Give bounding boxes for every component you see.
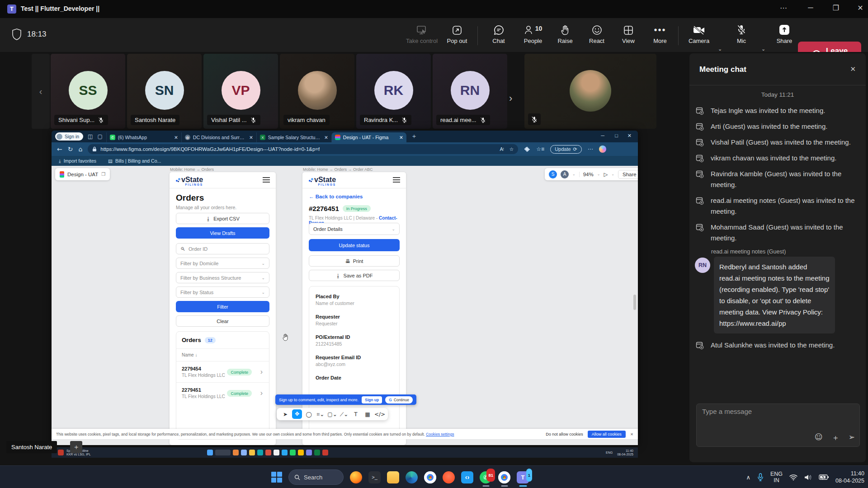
orders-title: Orders xyxy=(176,193,204,203)
chrome-icon[interactable] xyxy=(424,471,436,483)
share-zoom-in-button[interactable]: ＋ xyxy=(70,441,82,453)
vscode-icon[interactable]: ‹› xyxy=(461,471,473,483)
window-menu-dots-icon[interactable]: ⋯ xyxy=(776,4,791,12)
teams-icon[interactable]: T1 xyxy=(517,471,529,483)
raise-hand-button[interactable]: Raise xyxy=(548,23,582,44)
brave-icon[interactable] xyxy=(443,471,455,483)
vstate-logo: vStateFILINGS xyxy=(314,176,336,186)
calendar-add-icon xyxy=(696,197,704,205)
participant-name: read.ai mee... xyxy=(440,117,476,123)
browser-tab-active: Design - UAT - Figma✕ xyxy=(331,132,406,142)
extensions-icon xyxy=(524,146,530,152)
participant-name: vikram chavan xyxy=(288,117,326,123)
system-message: Mohammad Saad (Guest) was invited to the… xyxy=(689,222,866,244)
close-button[interactable]: ✕ xyxy=(853,4,868,12)
minimize-button[interactable]: ─ xyxy=(803,4,818,12)
edge-icon[interactable] xyxy=(406,471,418,483)
avatar-photo xyxy=(570,70,611,112)
chevron-down-icon: ⌄ xyxy=(261,261,265,266)
terminal-icon[interactable]: >_ xyxy=(368,471,381,483)
attach-plus-icon[interactable]: ＋ xyxy=(832,432,840,443)
whatsapp-favicon: ✆ xyxy=(110,135,115,140)
participant-tile[interactable]: VP Vishal Patil ... xyxy=(203,54,278,129)
url-field: https://www.figma.com/design/9BKQ0FOHRWa… xyxy=(88,144,518,154)
orders-subtitle: Manage all your orders here. xyxy=(176,205,236,210)
participant-tile[interactable]: vikram chavan xyxy=(280,54,354,129)
back-link: ← Back to companies xyxy=(309,194,363,199)
camera-chevron-icon[interactable]: ⌄ xyxy=(718,46,722,52)
vstate-header: vStateFILINGS xyxy=(170,172,276,188)
chat-close-icon[interactable]: ✕ xyxy=(850,65,856,73)
language-indicator[interactable]: ENGIN xyxy=(770,471,783,483)
file-pages-icon: ❐ xyxy=(101,172,105,177)
row-chevron-icon: › xyxy=(260,368,263,376)
figma-favicon xyxy=(335,135,340,140)
deny-cookies-button: Do not allow cookies xyxy=(546,432,583,436)
participant-tile[interactable]: SN Santosh Narate xyxy=(127,54,202,129)
react-button[interactable]: React xyxy=(580,23,614,44)
participant-tile[interactable]: RN read.ai mee... xyxy=(433,54,507,129)
filmstrip-prev-button[interactable]: ‹ xyxy=(32,54,50,129)
system-message: read.ai meeting notes (Guest) was invite… xyxy=(689,195,866,217)
calendar-add-icon xyxy=(696,122,704,131)
participant-tile[interactable]: RK Ravindra K... xyxy=(356,54,431,129)
maximize-button[interactable]: ❐ xyxy=(828,4,844,12)
camera-button[interactable]: Camera xyxy=(682,23,716,44)
mic-button[interactable]: Mic xyxy=(724,23,759,44)
frame-tool-icon: ⌗⌄ xyxy=(316,411,326,418)
search-icon xyxy=(294,474,300,480)
printer-icon: 🖶︎ xyxy=(345,258,350,264)
avatar: RK xyxy=(374,71,413,110)
read-aloud-icon: Aᵎ xyxy=(500,146,504,152)
taskbar-clock[interactable]: 11:4008-04-2025 xyxy=(835,470,864,484)
collaborator-avatar: A xyxy=(561,170,569,178)
share-button[interactable]: Share xyxy=(767,23,802,44)
globe-favicon: ◍ xyxy=(185,135,190,140)
more-button[interactable]: ••• More xyxy=(643,23,677,44)
emoji-icon[interactable]: ☺ xyxy=(815,432,823,443)
view-icon xyxy=(623,23,633,35)
send-icon[interactable]: ➢ xyxy=(849,432,855,443)
take-control-button[interactable]: Take control xyxy=(405,23,439,44)
mic-chevron-icon[interactable]: ⌄ xyxy=(761,46,765,52)
print-button: 🖶︎Print xyxy=(309,255,400,267)
meeting-chat-panel: Meeting chat ✕ Today 11:21 Tejas Ingle w… xyxy=(689,53,866,462)
calendar-add-icon xyxy=(696,138,704,146)
allow-cookies-button: Allow all cookies xyxy=(588,431,626,438)
vstate-logo: vStateFILINGS xyxy=(181,176,203,186)
whatsapp-icon[interactable]: ✆81 xyxy=(480,471,492,483)
status-badge: Complete xyxy=(227,390,252,397)
system-message: Tejas Ingle was invited to the meeting. xyxy=(689,105,866,116)
chrome-profile2-icon[interactable] xyxy=(498,471,510,483)
file-explorer-icon[interactable] xyxy=(387,471,399,483)
taskbar-search[interactable]: Search xyxy=(288,469,344,485)
signup-button: Sign up xyxy=(362,396,382,404)
pop-out-button[interactable]: Pop out xyxy=(440,23,474,44)
view-button[interactable]: View xyxy=(611,23,646,44)
browser-tab: ◍ DC Divisions and Surroundings✕ xyxy=(181,132,256,142)
chat-button[interactable]: Chat xyxy=(481,23,516,44)
chat-input-box[interactable]: ☺ ＋ ➢ xyxy=(696,404,860,447)
tray-mic-icon[interactable] xyxy=(757,473,764,481)
firefox-icon[interactable] xyxy=(350,471,362,483)
move-tool-icon: ➤ xyxy=(280,411,290,418)
chat-icon xyxy=(494,23,504,35)
order-row: 2279454 TL Flex Holdings LLC Complete › xyxy=(176,361,269,382)
tray-expand-icon[interactable]: ∧ xyxy=(746,474,750,481)
battery-icon[interactable] xyxy=(819,474,829,480)
spotlight-tile[interactable] xyxy=(524,54,656,129)
filmstrip-next-button[interactable]: › xyxy=(509,93,512,104)
tab-close-icon: ✕ xyxy=(399,135,403,140)
start-button[interactable] xyxy=(271,472,282,483)
presenter-name-label: Santosh Narate xyxy=(6,441,57,453)
people-button[interactable]: 10 People xyxy=(514,23,552,44)
column-header: Name ↓ xyxy=(176,349,269,361)
message-input[interactable] xyxy=(702,408,851,415)
participant-tile[interactable]: SS Shivani Sup... xyxy=(51,54,125,129)
browser-close-icon: ✕ xyxy=(627,133,632,139)
browser-tabstrip: Sign in ◫ ▢ ✆ (6) WhatsApp✕ ◍ DC Divisio… xyxy=(52,131,638,142)
browser-tab: X Sample Salary Structure with calc✕ xyxy=(256,132,331,142)
wifi-icon[interactable] xyxy=(789,474,797,480)
volume-icon[interactable] xyxy=(804,474,812,481)
system-message: vikram chavan was invited to the meeting… xyxy=(689,153,866,164)
